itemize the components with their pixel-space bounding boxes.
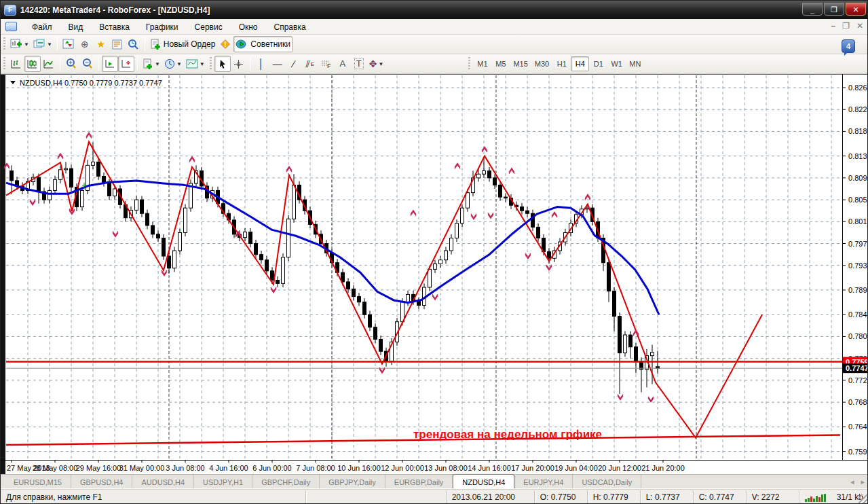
trendline-icon: ∕ bbox=[293, 59, 295, 69]
timeframe-m5[interactable]: M5 bbox=[491, 56, 510, 71]
chart-tab-eurusd-m15[interactable]: EURUSD,M15 bbox=[5, 475, 71, 488]
chart-tab-gbpchf-daily[interactable]: GBPCHF,Daily bbox=[252, 475, 320, 488]
time-axis-label: 7 Jun 08:00 bbox=[296, 464, 335, 472]
equidistant-channel-button[interactable]: ⫽Е bbox=[302, 56, 318, 72]
chart-tab-gbpjpy-daily[interactable]: GBPJPY,Daily bbox=[320, 475, 385, 488]
timeframe-m15[interactable]: M15 bbox=[510, 56, 531, 71]
chart-tab-eurjpy-h4[interactable]: EURJPY,H4 bbox=[514, 475, 573, 488]
timeframe-mn[interactable]: MN bbox=[626, 56, 644, 71]
menu-item-файл[interactable]: Файл bbox=[24, 20, 60, 34]
toolbar-grip[interactable] bbox=[2, 57, 7, 71]
candle bbox=[113, 189, 117, 196]
strategy-tester-button[interactable] bbox=[126, 36, 142, 52]
chart-tab-gbpusd-h4[interactable]: GBPUSD,H4 bbox=[71, 475, 133, 488]
chart-tab-audusd-h4[interactable]: AUDUSD,H4 bbox=[132, 475, 194, 488]
tabs-scroll-left-icon[interactable]: ◂ bbox=[850, 478, 854, 486]
price-axis-label: 0.7890 bbox=[848, 286, 868, 294]
bar-chart-button[interactable] bbox=[8, 56, 24, 72]
tabs-scroll-right-icon[interactable]: ▸ bbox=[861, 478, 865, 486]
favorites-button[interactable]: ★ bbox=[93, 36, 109, 52]
mdi-minimize-icon[interactable]: – bbox=[831, 21, 835, 31]
candle bbox=[271, 271, 274, 281]
market-watch-button[interactable] bbox=[60, 36, 77, 52]
chart-tab-usdjpy-h1[interactable]: USDJPY,H1 bbox=[194, 475, 252, 488]
chart-area[interactable]: трендовая на недельном грфике0.82600.822… bbox=[1, 74, 868, 474]
candle bbox=[140, 200, 144, 213]
minimize-button[interactable]: _ bbox=[802, 3, 823, 16]
timeframe-h1[interactable]: H1 bbox=[552, 56, 571, 71]
candle bbox=[586, 208, 589, 209]
time-axis-label: 21 Jun 20:00 bbox=[641, 464, 685, 472]
candle bbox=[613, 291, 616, 317]
candle bbox=[363, 302, 366, 315]
crosshair-button[interactable] bbox=[231, 56, 247, 72]
toolbar-grip[interactable] bbox=[2, 37, 7, 51]
text-label-button[interactable]: T bbox=[351, 56, 367, 72]
line-chart-button[interactable] bbox=[41, 56, 57, 72]
timeframe-m30[interactable]: M30 bbox=[531, 56, 552, 71]
auto-scroll-button[interactable] bbox=[102, 56, 118, 72]
chart-tab-usdcad-daily[interactable]: USDCAD,Daily bbox=[573, 475, 641, 488]
candle bbox=[162, 238, 166, 256]
chevron-down-icon: ▼ bbox=[47, 41, 52, 48]
resize-grip[interactable] bbox=[858, 494, 868, 504]
candle bbox=[54, 179, 57, 190]
toolbar-grip[interactable] bbox=[208, 57, 213, 71]
trendline-button[interactable]: ∕ bbox=[286, 56, 302, 72]
timeframe-w1[interactable]: W1 bbox=[607, 56, 626, 71]
terminal-button[interactable] bbox=[109, 36, 126, 52]
chart-tab-eurgbp-daily[interactable]: EURGBP,Daily bbox=[385, 475, 453, 488]
alert-button[interactable]: ! bbox=[217, 36, 233, 52]
close-button[interactable]: ✕ bbox=[846, 3, 866, 16]
menu-item-вид[interactable]: Вид bbox=[60, 20, 92, 34]
cursor-button[interactable] bbox=[214, 56, 231, 72]
expert-advisors-button[interactable]: Советники bbox=[233, 36, 293, 52]
time-axis-label: 6 Jun 00:00 bbox=[252, 464, 292, 472]
timeframe-d1[interactable]: D1 bbox=[589, 56, 607, 71]
candle bbox=[102, 176, 106, 183]
maximize-button[interactable]: ❐ bbox=[824, 3, 844, 16]
chart-shift-button[interactable] bbox=[118, 56, 134, 72]
new-order-button[interactable]: Новый Ордер bbox=[148, 36, 217, 52]
status-open: O: 0.7750 bbox=[535, 490, 588, 504]
price-axis-label: 0.7935 bbox=[848, 262, 868, 270]
navigator-button[interactable]: ⊕ bbox=[77, 36, 93, 52]
timeframe-m1[interactable]: M1 bbox=[473, 56, 491, 71]
candle bbox=[287, 219, 290, 257]
fibonacci-button[interactable]: F bbox=[318, 56, 335, 72]
notification-badge[interactable]: 4 bbox=[842, 39, 855, 53]
indicators-button[interactable]: ▼ bbox=[140, 56, 162, 72]
templates-button[interactable]: ▼ bbox=[184, 56, 207, 72]
cursor-arrow-icon bbox=[218, 59, 227, 69]
chart-tab-nzdusd-h4[interactable]: NZDUSD,H4 bbox=[453, 474, 514, 488]
new-chart-button[interactable]: ▼ bbox=[8, 36, 31, 52]
horizontal-line-button[interactable]: — bbox=[269, 56, 286, 72]
mdi-close-icon[interactable]: ✕ bbox=[856, 21, 863, 31]
candle bbox=[135, 200, 138, 210]
vertical-line-button[interactable]: │ bbox=[253, 56, 269, 72]
menu-item-окно[interactable]: Окно bbox=[231, 20, 266, 34]
arrows-button[interactable]: ✥▼ bbox=[367, 56, 386, 72]
new-chart-icon bbox=[10, 39, 22, 50]
bar-chart-icon bbox=[10, 58, 22, 69]
zoom-in-button[interactable] bbox=[63, 56, 79, 72]
timeframe-h4[interactable]: H4 bbox=[571, 56, 589, 71]
menu-item-справка[interactable]: Справка bbox=[266, 20, 314, 34]
mdi-restore-icon[interactable]: ❐ bbox=[842, 21, 850, 31]
profiles-button[interactable]: ▼ bbox=[31, 36, 54, 52]
status-low: L: 0.7737 bbox=[641, 490, 694, 504]
candle bbox=[445, 251, 448, 260]
candlestick-chart-button[interactable] bbox=[24, 56, 41, 72]
menu-item-вставка[interactable]: Вставка bbox=[91, 20, 138, 34]
text-button[interactable]: A bbox=[335, 56, 351, 72]
svg-text:!: ! bbox=[225, 41, 227, 48]
price-chart[interactable]: трендовая на недельном грфике0.82600.822… bbox=[1, 74, 868, 474]
arrows-icon: ✥ bbox=[369, 59, 377, 69]
periods-button[interactable]: ▼ bbox=[162, 56, 184, 72]
zoom-out-button[interactable] bbox=[79, 56, 96, 72]
toolbar-grip[interactable] bbox=[467, 57, 472, 71]
menu-item-графики[interactable]: Графики bbox=[138, 20, 187, 34]
candle bbox=[81, 190, 84, 206]
menu-item-сервис[interactable]: Сервис bbox=[187, 20, 231, 34]
crosshair-icon bbox=[233, 59, 244, 69]
